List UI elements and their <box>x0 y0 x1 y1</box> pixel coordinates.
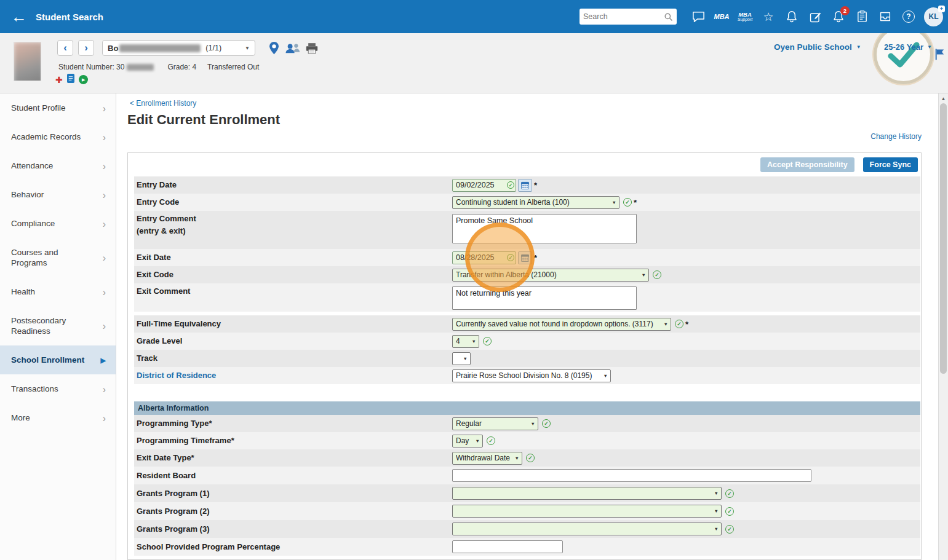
school-provided-program-percentage-input[interactable] <box>452 540 563 553</box>
chevron-down-icon: ▼ <box>714 508 719 514</box>
sidebar-item-transactions[interactable]: Transactions› <box>0 374 116 403</box>
grants-program-3-select[interactable]: ▼ <box>452 523 722 535</box>
bell-icon[interactable] <box>784 9 800 25</box>
required-marker: * <box>685 320 688 329</box>
back-arrow-icon[interactable]: ← <box>11 9 27 25</box>
student-meta: Student Number: 30 Grade: 4 Transferred … <box>58 63 259 71</box>
entry-comment-row: Entry Comment (entry & exit) Promote Sam… <box>134 211 920 249</box>
prev-student-button[interactable]: ‹ <box>57 40 73 56</box>
sidebar-item-academic-records[interactable]: Academic Records› <box>0 122 116 151</box>
entry-date-calendar-button[interactable] <box>518 179 532 192</box>
student-photo <box>14 42 41 81</box>
sidebar-item-courses-and-programs[interactable]: Courses and Programs› <box>0 238 116 277</box>
clipboard-icon[interactable] <box>854 9 870 25</box>
student-header-tools <box>269 41 318 58</box>
alert-bell-icon[interactable]: 2 <box>830 9 846 25</box>
flag-icon[interactable] <box>934 48 944 63</box>
exit-date-type-select[interactable]: Withdrawal Date ▼ <box>452 452 522 465</box>
chevron-right-icon: › <box>103 160 106 171</box>
scrollbar-thumb[interactable] <box>940 103 947 374</box>
scroll-up-arrow[interactable]: ▲ <box>939 93 948 103</box>
entry-comment-textarea[interactable]: Promote Same School <box>452 214 637 243</box>
school-year-selector[interactable]: 25-26 Year ▼ <box>884 42 932 52</box>
form-actions: Accept Responsibility Force Sync <box>134 153 920 176</box>
chevron-right-icon: › <box>103 103 106 113</box>
grants-program-1-row: Grants Program (1) ▼ ✓ <box>134 484 920 502</box>
next-student-button[interactable]: › <box>78 40 94 56</box>
grade-level-row: Grade Level 4 ▼ ✓ <box>134 333 920 350</box>
enrollment-form: Accept Responsibility Force Sync Entry D… <box>127 152 922 560</box>
exit-date-calendar-button[interactable] <box>518 251 532 264</box>
district-of-residence-link[interactable]: District of Residence <box>137 371 452 381</box>
force-sync-button[interactable]: Force Sync <box>863 157 918 172</box>
user-avatar[interactable]: KL + <box>924 7 943 26</box>
vertical-scrollbar[interactable]: ▲ <box>938 93 948 560</box>
required-marker: * <box>534 253 537 262</box>
sidebar-item-student-profile[interactable]: Student Profile› <box>0 93 116 122</box>
programming-type-select[interactable]: Regular ▼ <box>452 417 538 430</box>
district-of-residence-select[interactable]: Prairie Rose School Division No. 8 (0195… <box>452 369 611 382</box>
sidebar-nav: Student Profile› Academic Records› Atten… <box>0 93 116 560</box>
chevron-right-icon: › <box>103 218 106 229</box>
accept-responsibility-button[interactable]: Accept Responsibility <box>760 157 854 172</box>
chevron-down-icon: ▼ <box>927 44 932 50</box>
exit-date-type-row: Exit Date Type* Withdrawal Date ▼ ✓ <box>134 449 920 467</box>
enrollment-status: Transferred Out <box>207 63 259 71</box>
exit-comment-textarea[interactable]: Not returning this year <box>452 286 637 310</box>
sidebar-item-school-enrollment[interactable]: School Enrollment▶ <box>0 345 116 374</box>
programming-timeframe-row: Programming Timeframe* Day ▼ ✓ <box>134 432 920 449</box>
track-select[interactable]: ▼ <box>452 352 471 365</box>
page-header-title: Student Search <box>36 12 103 22</box>
programming-type-row: Programming Type* Regular ▼ ✓ <box>134 415 920 432</box>
main-content: < Enrollment History Edit Current Enroll… <box>116 93 938 560</box>
school-selector[interactable]: Oyen Public School ▼ <box>774 42 861 52</box>
fte-select[interactable]: Currently saved value not found in dropd… <box>452 318 671 331</box>
help-icon[interactable]: ? <box>901 9 917 25</box>
entry-code-select[interactable]: Continuing student in Alberta (100) ▼ <box>452 196 619 209</box>
star-icon[interactable]: ☆ <box>760 9 776 25</box>
sidebar-item-attendance[interactable]: Attendance› <box>0 151 116 180</box>
track-row: Track ▼ <box>134 350 920 367</box>
grants-program-1-select[interactable]: ▼ <box>452 487 722 500</box>
inbox-icon[interactable] <box>877 9 893 25</box>
grants-program-2-select[interactable]: ▼ <box>452 505 722 518</box>
sidebar-item-health[interactable]: Health› <box>0 277 116 306</box>
sidebar-item-compliance[interactable]: Compliance› <box>0 209 116 238</box>
avatar-plus-badge: + <box>938 6 945 12</box>
map-pin-icon[interactable] <box>269 41 279 58</box>
resident-board-input[interactable] <box>452 469 811 482</box>
chevron-down-icon: ▼ <box>472 339 476 344</box>
grants-program-2-row: Grants Program (2) ▼ ✓ <box>134 502 920 520</box>
exit-code-select[interactable]: Transfer within Alberta (21000) ▼ <box>452 269 649 282</box>
chevron-down-icon: ▼ <box>714 491 719 496</box>
valid-check-icon: ✓ <box>483 337 492 345</box>
enrollment-history-link[interactable]: < Enrollment History <box>130 99 196 108</box>
valid-check-icon: ✓ <box>623 198 632 207</box>
medical-alert-icon[interactable]: ✚ <box>55 76 63 84</box>
topbar-actions: MBA MBA Support ☆ 2 <box>580 0 943 33</box>
grade-level-select[interactable]: 4 ▼ <box>452 335 479 348</box>
change-history-link[interactable]: Change History <box>870 132 922 141</box>
sidebar-item-behavior[interactable]: Behavior› <box>0 180 116 209</box>
global-search[interactable] <box>580 9 677 25</box>
programming-timeframe-select[interactable]: Day ▼ <box>452 435 483 448</box>
valid-check-icon: ✓ <box>507 254 514 261</box>
mba-support-icon[interactable]: MBA Support <box>737 9 753 25</box>
print-icon[interactable] <box>306 42 318 57</box>
school-provided-program-percentage-row: School Provided Program Percentage <box>134 538 920 556</box>
sidebar-item-postsecondary-readiness[interactable]: Postsecondary Readiness› <box>0 306 116 345</box>
compose-icon[interactable] <box>807 9 823 25</box>
sidebar-item-more[interactable]: More› <box>0 403 116 432</box>
chat-icon[interactable] <box>690 9 706 25</box>
alberta-information-header: Alberta Information <box>134 401 920 415</box>
student-number: Student Number: 30 <box>58 63 124 71</box>
search-input[interactable] <box>583 12 664 21</box>
people-icon[interactable] <box>285 42 300 57</box>
mba-icon[interactable]: MBA <box>714 9 730 25</box>
chevron-right-icon: › <box>103 286 106 297</box>
chevron-right-icon: › <box>103 132 106 142</box>
student-name-dropdown[interactable]: Bo (1/1) ▼ <box>102 40 255 56</box>
document-icon[interactable] <box>67 74 74 85</box>
play-icon[interactable]: ▶ <box>79 75 88 84</box>
chevron-down-icon: ▼ <box>463 356 468 361</box>
